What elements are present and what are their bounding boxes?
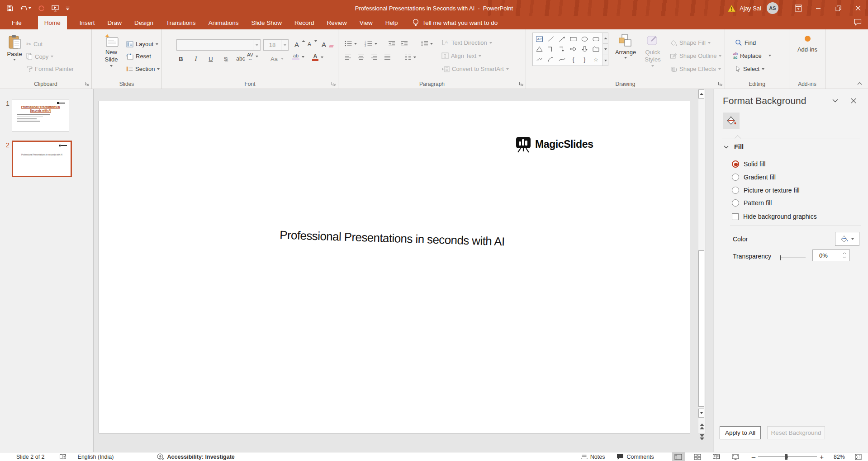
zoom-level[interactable]: 82% — [834, 454, 845, 460]
clipboard-dialog-launcher-icon[interactable] — [85, 81, 89, 86]
shape-oval-icon[interactable] — [579, 34, 590, 44]
tab-file[interactable]: File — [5, 16, 28, 29]
new-slide-button[interactable]: New Slide — [99, 34, 123, 67]
avatar[interactable]: AS — [767, 2, 778, 14]
zoom-slider-thumb[interactable] — [785, 454, 787, 460]
font-color-button[interactable]: A — [312, 54, 323, 61]
text-direction-button[interactable]: A Text Direction — [441, 39, 492, 46]
copy-dropdown-icon[interactable] — [51, 56, 53, 57]
spin-down-icon[interactable] — [843, 256, 846, 259]
accessibility-status[interactable]: Accessibility: Investigate — [167, 454, 234, 460]
columns-dropdown-icon[interactable] — [413, 56, 416, 58]
spin-up-icon[interactable] — [843, 252, 846, 254]
replace-button[interactable]: abac Replace — [733, 52, 771, 59]
next-slide-button[interactable] — [699, 433, 705, 442]
change-case-dropdown-icon[interactable] — [281, 58, 284, 60]
highlight-button[interactable]: ab — [292, 54, 304, 60]
thumbnail-row-2[interactable]: 2 Professional Presentations in seconds … — [0, 141, 72, 177]
columns-button[interactable] — [404, 54, 416, 60]
copy-button[interactable]: Copy — [26, 53, 53, 60]
shape-fill-dropdown-icon[interactable] — [708, 42, 711, 44]
bullets-button[interactable] — [345, 41, 357, 47]
color-dropdown-icon[interactable] — [851, 238, 854, 240]
shape-right-arrow-icon[interactable] — [568, 44, 579, 54]
tab-help[interactable]: Help — [379, 16, 404, 29]
select-button[interactable]: Select — [735, 66, 764, 72]
comments-shortcut-icon[interactable] — [854, 19, 862, 26]
arrange-button[interactable]: Arrange — [613, 34, 638, 59]
shape-outline-dropdown-icon[interactable] — [719, 55, 721, 57]
spellcheck-icon[interactable] — [59, 454, 67, 460]
drawing-dialog-launcher-icon[interactable] — [718, 81, 722, 86]
panel-close-icon[interactable] — [851, 98, 856, 103]
picture-fill-option[interactable]: Picture or texture fill — [732, 187, 800, 194]
shape-gallery-up-icon[interactable] — [603, 33, 608, 43]
shape-rounded-rectangle-icon[interactable] — [590, 34, 602, 44]
collapse-ribbon-icon[interactable] — [857, 82, 862, 85]
restore-button[interactable] — [828, 0, 848, 16]
color-picker-button[interactable] — [835, 232, 859, 246]
user-name[interactable]: Ajay Sai — [740, 5, 761, 12]
numbering-dropdown-icon[interactable] — [375, 43, 377, 45]
scroll-up-button[interactable] — [698, 89, 704, 99]
clear-formatting-button[interactable]: A — [319, 39, 333, 49]
hide-background-option[interactable]: Hide background graphics — [732, 213, 817, 220]
align-text-dropdown-icon[interactable] — [479, 55, 481, 57]
tab-slide-show[interactable]: Slide Show — [245, 16, 288, 29]
shape-gallery-more-icon[interactable] — [603, 55, 608, 66]
ribbon-display-options-icon[interactable] — [788, 0, 808, 16]
new-slide-dropdown-icon[interactable] — [110, 65, 113, 67]
convert-to-smartart-button[interactable]: Convert to SmartArt — [441, 66, 509, 72]
previous-slide-button[interactable] — [699, 422, 705, 431]
transparency-slider[interactable] — [780, 255, 806, 261]
tab-transitions[interactable]: Transitions — [160, 16, 202, 29]
gradient-fill-option[interactable]: Gradient fill — [732, 174, 776, 181]
highlight-dropdown-icon[interactable] — [302, 56, 304, 58]
thumbnail-row-1[interactable]: 1 Professional Presentations in Seconds … — [0, 99, 69, 132]
comments-button[interactable]: Comments — [617, 454, 654, 460]
reset-background-button[interactable]: Reset Background — [767, 426, 825, 439]
section-button[interactable]: Section — [126, 66, 160, 72]
addins-button[interactable]: Add-ins — [795, 36, 820, 53]
find-button[interactable]: Find — [735, 39, 756, 46]
minimize-button[interactable] — [808, 0, 828, 16]
shape-scribble-icon[interactable] — [534, 55, 545, 64]
shape-effects-button[interactable]: Shape Effects — [670, 66, 721, 72]
shape-textbox-icon[interactable]: A — [534, 34, 545, 44]
language-indicator[interactable]: English (India) — [78, 454, 114, 460]
select-dropdown-icon[interactable] — [762, 68, 764, 70]
hide-background-checkbox[interactable] — [732, 213, 739, 220]
justify-button[interactable] — [384, 54, 391, 60]
font-dialog-launcher-icon[interactable] — [331, 81, 336, 86]
shape-left-brace-icon[interactable]: { — [568, 55, 579, 64]
italic-button[interactable]: I — [191, 54, 200, 64]
shape-gallery-down-icon[interactable] — [603, 43, 608, 54]
pattern-fill-radio[interactable] — [732, 199, 739, 207]
slideshow-view-button[interactable] — [729, 452, 742, 461]
line-spacing-button[interactable] — [421, 41, 433, 47]
font-name-combo[interactable] — [176, 39, 261, 51]
solid-fill-radio[interactable] — [732, 160, 739, 168]
shape-arc-icon[interactable] — [545, 55, 556, 64]
layout-button[interactable]: Layout — [126, 41, 158, 47]
bold-button[interactable]: B — [176, 54, 185, 64]
reset-button[interactable]: Reset — [126, 53, 151, 60]
slide-counter[interactable]: Slide 2 of 2 — [16, 454, 45, 460]
normal-view-button[interactable] — [672, 452, 685, 461]
grow-font-button[interactable]: A — [292, 39, 305, 49]
picture-fill-radio[interactable] — [732, 187, 739, 194]
shape-outline-button[interactable]: Shape Outline — [670, 52, 721, 59]
tab-view[interactable]: View — [353, 16, 379, 29]
shape-right-brace-icon[interactable]: } — [579, 55, 590, 64]
tab-review[interactable]: Review — [321, 16, 353, 29]
pattern-fill-option[interactable]: Pattern fill — [732, 199, 772, 207]
character-spacing-button[interactable]: AV ↔ — [247, 53, 258, 61]
notes-button[interactable]: Notes — [581, 454, 605, 460]
align-center-button[interactable] — [358, 54, 365, 60]
line-spacing-dropdown-icon[interactable] — [430, 43, 433, 45]
shape-effects-dropdown-icon[interactable] — [718, 68, 721, 70]
font-size-dropdown-icon[interactable] — [281, 40, 288, 50]
shape-fill-button[interactable]: Shape Fill — [670, 39, 711, 46]
paste-button[interactable]: Paste — [5, 35, 24, 61]
shape-rectangle-icon[interactable] — [568, 34, 579, 44]
